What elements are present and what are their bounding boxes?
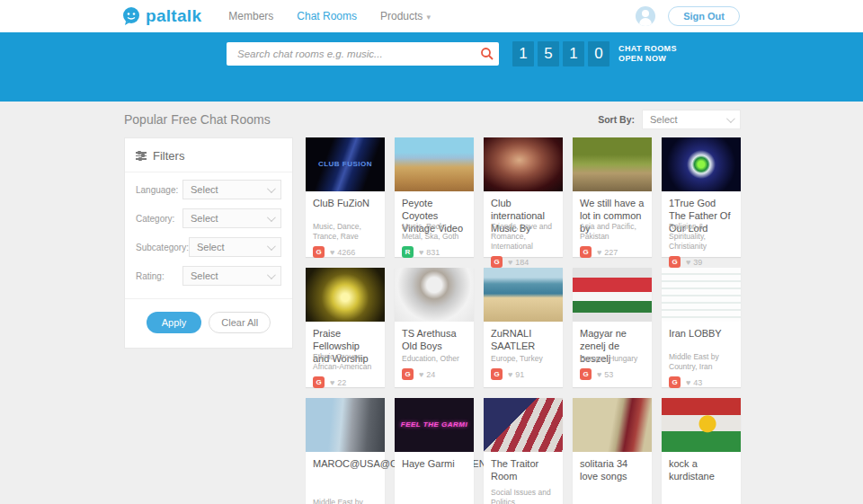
chat-room-name[interactable]: Peyote Coyotes Vintage Video — [395, 191, 474, 222]
chat-room-card[interactable]: Magyar ne zenelj de beszelj Europe, Hung… — [573, 268, 652, 387]
chat-room-categories: Europe, Hungary — [573, 354, 652, 364]
rating-badge: G — [491, 256, 503, 268]
chevron-down-icon: ▾ — [426, 13, 431, 22]
filter-row-language: Language: Select — [125, 172, 292, 201]
sort-by: Sort By: Select — [598, 110, 741, 129]
hearts-value: 227 — [604, 248, 618, 257]
chat-room-name[interactable]: Haye Garmi — [395, 452, 474, 482]
chat-room-thumbnail — [395, 137, 474, 191]
chat-room-footer: G ♥ 22 — [306, 372, 385, 395]
chat-room-card[interactable]: Peyote Coyotes Vintage Video Music, Rock… — [395, 137, 474, 257]
hearts-value: 4266 — [337, 248, 355, 257]
nav-members[interactable]: Members — [228, 10, 273, 22]
hearts-count: ♥ 227 — [597, 248, 618, 257]
hearts-value: 184 — [515, 258, 529, 267]
hearts-value: 24 — [426, 370, 435, 379]
chevron-down-icon — [726, 114, 735, 123]
hearts-count: ♥ 22 — [330, 378, 346, 387]
chat-room-thumbnail — [484, 398, 563, 452]
thumbnail-text: CLUB FUSION — [318, 160, 372, 169]
chat-room-name[interactable]: 1True God The Father Of Our Lord — [662, 191, 741, 222]
chat-room-categories: Music, Rock, Metal, Ska, Goth — [395, 222, 474, 242]
category-select[interactable]: Select — [182, 208, 281, 228]
chat-room-card[interactable]: Iran LOBBY Middle East by Country, Iran … — [662, 268, 741, 387]
nav-products[interactable]: Products▾ — [380, 10, 431, 22]
filters-actions: Apply Clear All — [125, 298, 292, 335]
top-navbar: paltalk Members Chat Rooms Products▾ Sig… — [0, 0, 863, 32]
chat-room-card[interactable]: MAROC@USA@CANADA@EUR@EN Middle East by C… — [306, 398, 385, 504]
chat-room-card[interactable]: ZuRNALI SAATLER Europe, Turkey G ♥ 91 — [484, 268, 563, 387]
clear-all-button[interactable]: Clear All — [209, 312, 271, 333]
chat-room-name[interactable]: The Traitor Room — [484, 452, 563, 483]
chat-room-card[interactable]: CLUB FUSION CluB FuZioN Music, Dance, Tr… — [306, 137, 385, 257]
chat-room-card[interactable]: Praise Fellowship and Worship Ethnic Gro… — [306, 268, 385, 387]
chat-room-name[interactable]: Club international Music By — [484, 191, 563, 222]
chevron-down-icon — [267, 242, 276, 251]
language-select[interactable]: Select — [182, 180, 281, 199]
search-input[interactable] — [227, 42, 476, 66]
rating-select[interactable]: Select — [182, 266, 281, 286]
chat-room-name[interactable]: We still have a lot in common by — [573, 191, 652, 222]
heart-icon: ♥ — [686, 258, 690, 267]
chat-room-footer: G ♥ 4266 — [306, 242, 385, 265]
chevron-down-icon — [267, 213, 276, 222]
chat-room-card[interactable]: The Traitor Room Social Issues and Polit… — [484, 398, 563, 504]
chat-room-name[interactable]: CluB FuZioN — [306, 191, 385, 222]
rating-badge: G — [313, 376, 325, 388]
chat-room-card[interactable]: solitaria 34 love songs Europe, Portugal — [573, 398, 652, 504]
sign-out-button[interactable]: Sign Out — [668, 6, 740, 26]
counter-digit: 1 — [563, 41, 584, 66]
nav-chat-rooms[interactable]: Chat Rooms — [297, 10, 357, 22]
chat-room-card[interactable]: FEEL THE GARMI Haye Garmi Africa, Ethiop… — [395, 398, 474, 504]
hearts-count: ♥ 39 — [686, 258, 702, 267]
chat-room-name[interactable]: MAROC@USA@CANADA@EUR@EN — [306, 452, 385, 482]
paltalk-logo-icon — [121, 6, 141, 26]
chat-room-card[interactable]: We still have a lot in common by Asia an… — [573, 137, 652, 257]
chat-room-card[interactable]: Club international Music By Friends, Lov… — [484, 137, 563, 257]
heart-icon: ♥ — [508, 258, 512, 267]
chat-room-name[interactable]: TS Arethusa Old Boys — [395, 322, 474, 353]
hearts-value: 43 — [693, 378, 702, 387]
paltalk-logo[interactable]: paltalk — [121, 6, 201, 26]
heart-icon: ♥ — [508, 370, 512, 379]
chat-room-name[interactable]: Praise Fellowship and Worship — [306, 322, 385, 352]
chat-room-name[interactable]: Iran LOBBY — [662, 322, 741, 352]
search-box — [227, 42, 499, 66]
hearts-count: ♥ 53 — [597, 370, 613, 379]
hearts-value: 22 — [337, 378, 346, 387]
filters-panel: Filters Language: Select Category: Selec… — [124, 137, 293, 349]
hearts-count: ♥ 91 — [508, 370, 524, 379]
hearts-count: ♥ 184 — [508, 258, 529, 267]
search-icon[interactable] — [476, 42, 499, 66]
rating-badge: G — [491, 368, 503, 380]
main-content: Popular Free Chat Rooms Sort By: Select … — [124, 102, 741, 504]
chat-room-thumbnail: FEEL THE GARMI — [395, 398, 474, 452]
counter-digit: 0 — [588, 41, 609, 66]
chat-room-thumbnail — [662, 268, 741, 322]
rating-badge: G — [669, 256, 681, 268]
chat-room-thumbnail — [395, 268, 474, 322]
chat-room-name[interactable]: kock a kurdistane — [662, 452, 741, 483]
heart-icon: ♥ — [686, 378, 690, 387]
thumbnail-text: FEEL THE GARMI — [401, 420, 467, 429]
user-avatar[interactable] — [636, 6, 655, 26]
chat-room-footer: G ♥ 53 — [573, 364, 652, 387]
chat-room-name[interactable]: Magyar ne zenelj de beszelj — [573, 322, 652, 354]
filters-title: Filters — [153, 149, 184, 163]
sort-by-select[interactable]: Select — [642, 110, 741, 129]
hearts-value: 53 — [604, 370, 613, 379]
counter-label-line1: CHAT ROOMS — [618, 44, 677, 53]
chat-room-thumbnail — [484, 137, 563, 191]
filter-icon — [136, 152, 147, 160]
navbar-right: Sign Out — [636, 0, 740, 32]
chat-room-card[interactable]: 1True God The Father Of Our Lord Religio… — [662, 137, 741, 257]
chat-room-name[interactable]: solitaria 34 love songs — [573, 452, 652, 483]
rating-badge: G — [313, 246, 325, 258]
content-header: Popular Free Chat Rooms Sort By: Select — [124, 102, 741, 137]
chat-room-name[interactable]: ZuRNALI SAATLER — [484, 322, 563, 353]
apply-button[interactable]: Apply — [147, 312, 202, 333]
chat-room-card[interactable]: TS Arethusa Old Boys Education, Other G … — [395, 268, 474, 387]
subcategory-select[interactable]: Select — [189, 237, 281, 257]
chat-room-card[interactable]: kock a kurdistane Europe, Turkey — [662, 398, 741, 504]
paltalk-page: paltalk Members Chat Rooms Products▾ Sig… — [0, 0, 863, 504]
